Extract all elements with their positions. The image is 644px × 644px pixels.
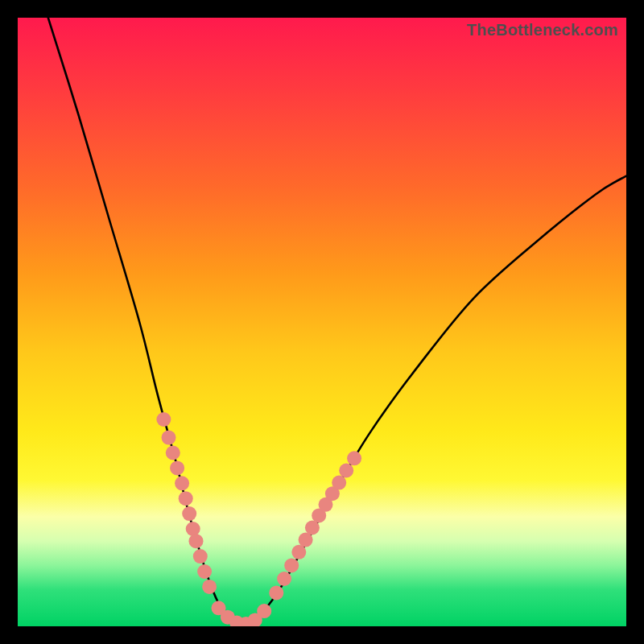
marker-dot (170, 460, 184, 475)
marker-dot (175, 476, 189, 490)
marker-dot (284, 558, 299, 572)
marker-dot (239, 617, 254, 626)
marker-dot (299, 533, 313, 547)
marker-dot (319, 497, 333, 512)
marker-dot (332, 476, 346, 490)
plot-area: TheBottleneck.com (18, 18, 626, 626)
marker-dot (202, 580, 217, 594)
marker-dot (156, 412, 171, 427)
marker-dot (339, 464, 353, 478)
marker-dot (229, 616, 244, 627)
marker-dot (248, 613, 262, 626)
marker-dot (312, 508, 326, 522)
marker-dot (186, 522, 200, 536)
marker-dot (189, 534, 204, 548)
marker-dot (197, 564, 212, 579)
chart-frame: TheBottleneck.com (0, 0, 644, 644)
marker-dot (277, 572, 291, 586)
marker-dots (156, 412, 361, 626)
marker-dot (166, 446, 180, 460)
marker-dot (162, 431, 176, 445)
marker-dot (325, 486, 340, 501)
marker-dot (193, 549, 208, 564)
marker-dot (212, 601, 226, 615)
marker-dot (347, 451, 361, 465)
curve-overlay (18, 18, 626, 626)
marker-dot (257, 604, 271, 618)
marker-dot (305, 521, 320, 535)
marker-dot (269, 585, 283, 600)
watermark-text: TheBottleneck.com (467, 21, 618, 39)
bottleneck-curve (48, 18, 626, 626)
marker-dot (182, 506, 196, 521)
marker-dot (291, 545, 306, 559)
marker-dot (221, 610, 235, 625)
marker-dot (179, 491, 193, 506)
